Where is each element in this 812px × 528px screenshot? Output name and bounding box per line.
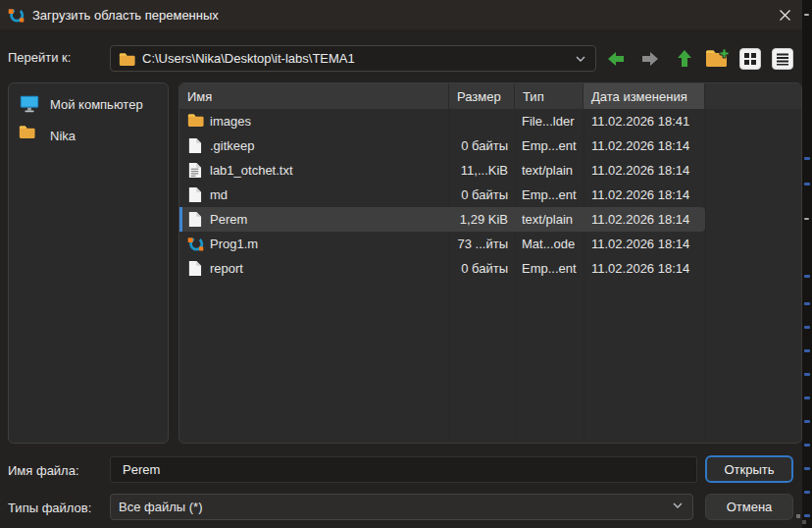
chevron-down-icon[interactable]	[574, 52, 587, 66]
cell-type: Emp...ent	[515, 183, 584, 207]
computer-icon	[19, 93, 40, 115]
column-header-size[interactable]: Размер	[449, 83, 515, 109]
cancel-button[interactable]: Отмена	[705, 494, 793, 520]
file-icon	[187, 211, 203, 228]
file-icon	[187, 260, 203, 277]
background-artifact	[804, 14, 809, 16]
grid-view-button[interactable]	[736, 45, 764, 72]
background-artifact	[804, 514, 810, 517]
cell-date: 11.02.2026 18:14	[584, 133, 705, 158]
file-name: md	[210, 187, 228, 202]
cell-date: 11.02.2026 18:14	[584, 158, 705, 183]
up-arrow-icon	[674, 48, 695, 70]
close-icon[interactable]	[773, 4, 796, 26]
filename-label: Имя файла:	[8, 463, 79, 478]
header-filler	[705, 83, 801, 109]
sidebar-item-my-computer[interactable]: Мой компьютер	[9, 88, 168, 120]
cell-name: Perem	[179, 207, 449, 232]
octave-logo-icon	[8, 7, 25, 24]
file-icon	[187, 186, 203, 203]
background-artifact	[804, 326, 810, 329]
column-header-date[interactable]: Дата изменения	[584, 83, 705, 109]
sidebar-item-label: Мой компьютер	[50, 97, 143, 112]
filetype-label: Типы файлов:	[8, 501, 91, 515]
cell-date: 11.02.2026 18:14	[584, 183, 705, 207]
filetype-combobox[interactable]: Все файлы (*)	[110, 494, 693, 520]
cell-type: Emp...ent	[515, 133, 584, 158]
dialog-title: Загрузить область переменных	[32, 8, 219, 23]
cell-date: 11.02.2026 18:14	[584, 232, 705, 256]
file-name: Prog1.m	[210, 237, 258, 251]
folder-icon	[19, 125, 40, 146]
list-view-button[interactable]	[769, 45, 796, 72]
table-row[interactable]: md0 байтыEmp...ent11.02.2026 18:14	[179, 183, 801, 207]
cell-date: 11.02.2026 18:41	[584, 109, 705, 133]
table-row[interactable]: lab1_otchet.txt11,...KiBtext/plain11.02.…	[179, 158, 801, 183]
cell-name: .gitkeep	[179, 133, 449, 158]
background-artifact	[804, 183, 810, 185]
places-sidebar: Мой компьютерNika	[8, 82, 169, 444]
cell-name: images	[179, 109, 449, 133]
cell-type: Emp...ent	[515, 256, 584, 281]
chevron-down-icon	[671, 499, 685, 515]
cell-date: 11.02.2026 18:14	[584, 256, 705, 281]
file-name: images	[210, 114, 251, 129]
table-row[interactable]: report0 байтыEmp...ent11.02.2026 18:14	[179, 256, 801, 281]
open-button[interactable]: Открыть	[705, 455, 793, 483]
new-folder-icon	[704, 47, 730, 71]
filetype-value: Все файлы (*)	[119, 500, 671, 514]
cell-size	[449, 109, 515, 133]
cell-size: 0 байты	[449, 256, 515, 281]
table-row[interactable]: .gitkeep0 байтыEmp...ent11.02.2026 18:14	[179, 133, 801, 158]
octave-logo	[187, 236, 203, 252]
back-button[interactable]	[602, 45, 630, 72]
background-artifact	[804, 420, 810, 423]
background-artifact	[804, 396, 810, 399]
file-list-panel: ИмяРазмерТипДата измененияimagesFile...l…	[178, 82, 802, 444]
background-artifact	[804, 467, 810, 470]
folder-icon	[119, 52, 135, 66]
filename-input[interactable]	[110, 456, 697, 483]
cell-name: md	[179, 183, 449, 207]
cell-name: report	[179, 256, 449, 281]
load-workspace-dialog: Загрузить область переменных Перейти к: …	[0, 0, 812, 528]
navigation-bar: Перейти к: C:\Users\Nika\Desktop\it-labs…	[0, 39, 802, 77]
background-artifact	[804, 157, 810, 160]
file-name: lab1_otchet.txt	[210, 163, 293, 178]
sidebar-item-nika[interactable]: Nika	[9, 120, 168, 151]
grid-view-icon	[739, 48, 761, 70]
forward-button[interactable]	[636, 45, 664, 72]
background-window-strip	[802, 0, 812, 528]
resize-grip[interactable]	[796, 514, 800, 518]
open-button-label: Открыть	[724, 462, 774, 477]
column-header-type[interactable]: Тип	[515, 83, 584, 109]
table-row[interactable]: Prog1.m73 ...йтыMat...ode11.02.2026 18:1…	[179, 232, 801, 256]
cancel-button-label: Отмена	[727, 500, 773, 514]
background-artifact	[804, 302, 810, 305]
cell-size: 73 ...йты	[449, 232, 515, 256]
cell-name: lab1_otchet.txt	[179, 158, 449, 183]
new-folder-button[interactable]	[703, 45, 731, 72]
resize-grip[interactable]	[802, 520, 806, 524]
background-artifact	[804, 373, 810, 376]
background-artifact	[804, 349, 810, 352]
table-row[interactable]: imagesFile...lder11.02.2026 18:41	[179, 109, 801, 133]
forward-arrow-icon	[639, 48, 661, 70]
file-name: Perem	[210, 212, 247, 227]
file-name: .gitkeep	[210, 138, 255, 153]
path-combobox[interactable]: C:\Users\Nika\Desktop\it-labs\TEMA1	[110, 45, 596, 72]
list-view-icon	[772, 48, 793, 70]
column-header-name[interactable]: Имя	[179, 83, 449, 109]
back-arrow-icon	[605, 48, 627, 70]
go-to-label: Перейти к:	[8, 50, 71, 65]
cell-type: text/plain	[515, 158, 584, 183]
up-button[interactable]	[671, 45, 698, 72]
table-row[interactable]: Perem1,29 KiBtext/plain11.02.2026 18:14	[179, 207, 801, 232]
titlebar: Загрузить область переменных	[0, 0, 802, 29]
cell-type: Mat...ode	[515, 232, 584, 256]
background-artifact	[804, 275, 810, 278]
cell-type: File...lder	[515, 109, 584, 133]
file-name: report	[210, 261, 243, 276]
cell-date: 11.02.2026 18:14	[584, 207, 705, 232]
cell-size: 0 байты	[449, 183, 515, 207]
